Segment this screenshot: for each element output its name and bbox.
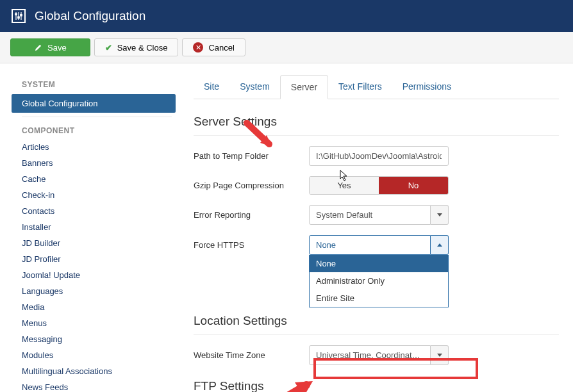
close-icon: ✕ (193, 42, 203, 53)
section-location-settings: Location Settings (194, 310, 559, 335)
divider (22, 117, 172, 117)
tab-text-filters[interactable]: Text Filters (328, 75, 392, 99)
sidebar-item-check-in[interactable]: Check-in (12, 187, 179, 203)
label-error-reporting: Error Reporting (194, 210, 309, 220)
svg-rect-5 (21, 15, 22, 16)
main-content: SiteSystemServerText FiltersPermissions … (179, 63, 573, 392)
sidebar-item-news-feeds[interactable]: News Feeds (12, 379, 179, 392)
dropdown-force-https-list: None Administrator Only Entire Site (309, 255, 449, 307)
option-admin-only[interactable]: Administrator Only (310, 272, 448, 290)
cancel-button[interactable]: ✕ Cancel (182, 38, 245, 56)
toggle-gzip: Yes No (309, 176, 449, 195)
config-icon (12, 9, 26, 23)
sidebar-item-media[interactable]: Media (12, 299, 179, 315)
tab-system[interactable]: System (229, 75, 280, 99)
tab-site[interactable]: Site (194, 75, 229, 99)
sidebar-item-modules[interactable]: Modules (12, 347, 179, 363)
tab-permissions[interactable]: Permissions (392, 75, 461, 99)
save-button[interactable]: Save (10, 38, 90, 56)
chevron-down-icon[interactable] (431, 345, 449, 365)
pencil-icon (34, 44, 42, 52)
sidebar-item-installer[interactable]: Installer (12, 219, 179, 235)
section-ftp-settings: FTP Settings (194, 375, 559, 392)
sidebar-item-cache[interactable]: Cache (12, 171, 179, 187)
sidebar-item-jd-profiler[interactable]: JD Profiler (12, 251, 179, 267)
save-close-button[interactable]: ✔ Save & Close (94, 38, 179, 56)
dropdown-timezone[interactable]: Universal Time, Coordinated … (309, 345, 449, 365)
sidebar-item-global-config[interactable]: Global Configuration (12, 94, 176, 113)
chevron-down-icon[interactable] (431, 205, 449, 225)
label-temp-folder: Path to Temp Folder (194, 151, 309, 161)
svg-rect-4 (18, 17, 19, 18)
sidebar-item-banners[interactable]: Banners (12, 155, 179, 171)
sidebar-item-joomla-update[interactable]: Joomla! Update (12, 267, 179, 283)
dropdown-force-https[interactable]: None (309, 235, 449, 255)
sidebar-item-messaging[interactable]: Messaging (12, 331, 179, 347)
toggle-gzip-no[interactable]: No (379, 177, 448, 194)
sidebar-item-articles[interactable]: Articles (12, 139, 179, 155)
section-server-settings: Server Settings (194, 111, 559, 136)
sidebar-item-jd-builder[interactable]: JD Builder (12, 235, 179, 251)
label-timezone: Website Time Zone (194, 350, 309, 360)
check-icon: ✔ (105, 43, 112, 53)
svg-rect-3 (15, 13, 17, 15)
app-header: Global Configuration (0, 0, 573, 32)
sidebar-item-contacts[interactable]: Contacts (12, 203, 179, 219)
sidebar-heading-system: SYSTEM (12, 75, 179, 93)
sidebar-heading-component: COMPONENT (12, 121, 179, 139)
label-gzip: Gzip Page Compression (194, 181, 309, 190)
option-entire-site[interactable]: Entire Site (310, 290, 448, 307)
sidebar: SYSTEM Global Configuration COMPONENT Ar… (0, 63, 179, 392)
sidebar-item-multilingual-associations[interactable]: Multilingual Associations (12, 363, 179, 379)
label-force-https: Force HTTPS (194, 240, 309, 250)
toggle-gzip-yes[interactable]: Yes (310, 177, 379, 194)
option-none[interactable]: None (310, 255, 448, 272)
tab-server[interactable]: Server (280, 75, 328, 99)
sidebar-item-menus[interactable]: Menus (12, 315, 179, 331)
chevron-up-icon[interactable] (431, 235, 449, 255)
input-temp-folder[interactable] (309, 146, 449, 166)
dropdown-error-reporting[interactable]: System Default (309, 205, 449, 225)
tab-bar: SiteSystemServerText FiltersPermissions (194, 75, 559, 99)
action-toolbar: Save ✔ Save & Close ✕ Cancel (0, 32, 573, 63)
page-title: Global Configuration (35, 9, 145, 23)
sidebar-item-languages[interactable]: Languages (12, 283, 179, 299)
